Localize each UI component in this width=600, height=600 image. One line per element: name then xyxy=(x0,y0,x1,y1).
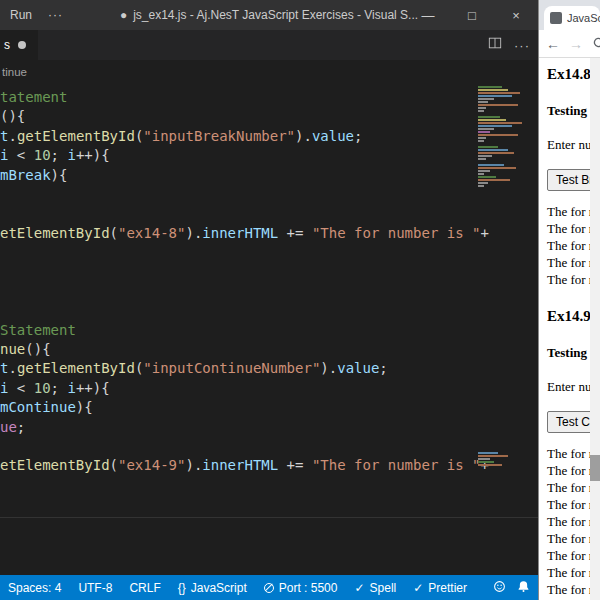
code-line[interactable]: i < 10; i++){ xyxy=(0,379,489,398)
code-line[interactable] xyxy=(0,282,489,301)
browser-scrollbar[interactable] xyxy=(590,58,600,600)
code-line[interactable]: Statement xyxy=(0,321,489,340)
code-line[interactable]: tatement xyxy=(0,88,489,107)
minimize-button[interactable]: — xyxy=(406,0,450,30)
statusbar-item-spell[interactable]: ✓Spell xyxy=(354,581,396,595)
code-line[interactable] xyxy=(0,204,489,223)
editor-tabbar: s ··· xyxy=(0,30,538,60)
vscode-window: Run ··· ● js_ex14.js - Aj.NesT JavaScrip… xyxy=(0,0,538,600)
code-line[interactable]: i < 10; i++){ xyxy=(0,146,489,165)
back-icon[interactable]: ← xyxy=(546,36,560,52)
braces-icon: {} xyxy=(178,581,186,595)
dirty-indicator-icon: ● xyxy=(120,8,127,22)
menu-overflow[interactable]: ··· xyxy=(42,0,69,30)
maximize-button[interactable]: □ xyxy=(450,0,494,30)
browser-toolbar: ← → xyxy=(539,30,600,58)
code-line[interactable]: mBreak){ xyxy=(0,166,489,185)
tab-actions: ··· xyxy=(488,30,530,60)
scrollbar-thumb[interactable] xyxy=(590,455,600,481)
statusbar: Spaces: 4UTF-8CRLF{}JavaScriptPort : 550… xyxy=(0,575,538,600)
window-controls: — □ × xyxy=(406,0,538,30)
reload-icon[interactable] xyxy=(592,35,600,53)
code-line[interactable] xyxy=(0,243,489,262)
minimap-block-2[interactable] xyxy=(478,452,524,467)
bell-icon[interactable] xyxy=(517,580,530,596)
code-line[interactable] xyxy=(0,437,489,456)
code-line[interactable]: t.getElementById("inputBreakNumber").val… xyxy=(0,127,489,146)
window-title-text: js_ex14.js - Aj.NesT JavaScript Exercise… xyxy=(133,8,418,22)
code-line[interactable]: mContinue){ xyxy=(0,398,489,417)
window-title: ● js_ex14.js - Aj.NesT JavaScript Exerci… xyxy=(120,8,418,22)
split-editor-icon[interactable] xyxy=(488,36,502,54)
statusbar-item-javascript[interactable]: {}JavaScript xyxy=(178,581,247,595)
code-line[interactable]: etElementById("ex14-8").innerHTML += "Th… xyxy=(0,224,489,243)
statusbar-left: Spaces: 4UTF-8CRLF{}JavaScriptPort : 550… xyxy=(8,581,467,595)
code-line[interactable] xyxy=(0,263,489,282)
breadcrumb-item[interactable]: tinue xyxy=(2,66,27,78)
code-editor[interactable]: tatement(){t.getElementById("inputBreakN… xyxy=(0,84,538,575)
code-area[interactable]: tatement(){t.getElementById("inputBreakN… xyxy=(0,88,489,476)
tab-label: s xyxy=(4,38,10,52)
minimap[interactable] xyxy=(478,86,524,188)
browser-tab[interactable]: JavaScript Exercises xyxy=(544,6,600,30)
code-line[interactable] xyxy=(0,301,489,320)
code-line[interactable]: (){ xyxy=(0,107,489,126)
code-line[interactable]: t.getElementById("inputContinueNumber").… xyxy=(0,359,489,378)
menu-run[interactable]: Run xyxy=(0,0,42,30)
unsaved-dot-icon[interactable] xyxy=(18,41,26,49)
browser-window: JavaScript Exercises ← → Ex14.8: Break S… xyxy=(538,0,600,600)
check-icon: ✓ xyxy=(413,581,423,595)
feedback-icon[interactable] xyxy=(493,580,506,596)
browser-tab-title: JavaScript Exercises xyxy=(567,12,600,24)
close-button[interactable]: × xyxy=(494,0,538,30)
more-actions-icon[interactable]: ··· xyxy=(514,38,530,53)
statusbar-item-spaces-4[interactable]: Spaces: 4 xyxy=(8,581,61,595)
code-line[interactable] xyxy=(0,185,489,204)
circle-slash-icon xyxy=(264,583,274,593)
statusbar-item-crlf[interactable]: CRLF xyxy=(129,581,160,595)
check-icon: ✓ xyxy=(354,581,364,595)
titlebar: Run ··· ● js_ex14.js - Aj.NesT JavaScrip… xyxy=(0,0,538,30)
code-line[interactable]: nue(){ xyxy=(0,340,489,359)
browser-tabstrip: JavaScript Exercises xyxy=(539,0,600,30)
statusbar-right xyxy=(493,580,530,596)
forward-icon[interactable]: → xyxy=(569,36,583,52)
editor-divider xyxy=(0,517,538,518)
code-line[interactable]: etElementById("ex14-9").innerHTML += "Th… xyxy=(0,456,489,475)
code-line[interactable]: ue; xyxy=(0,418,489,437)
statusbar-item-utf-8[interactable]: UTF-8 xyxy=(78,581,112,595)
statusbar-item-prettier[interactable]: ✓Prettier xyxy=(413,581,467,595)
favicon-icon xyxy=(550,12,562,24)
tab-js-ex14[interactable]: s xyxy=(0,30,39,60)
breadcrumb[interactable]: tinue xyxy=(0,60,538,84)
statusbar-item-port-5500[interactable]: Port : 5500 xyxy=(264,581,338,595)
